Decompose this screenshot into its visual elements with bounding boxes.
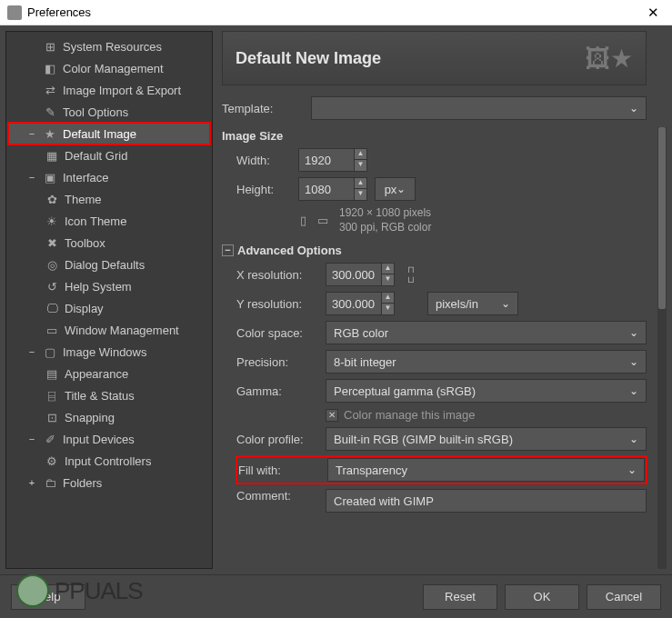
chevron-down-icon: ⌄ — [629, 433, 638, 445]
down-arrow-icon[interactable]: ▼ — [354, 160, 366, 171]
tree-item-default-image[interactable]: −★Default Image — [8, 123, 210, 145]
chain-link-icon[interactable]: ⊓⊔ — [402, 264, 420, 284]
comment-input[interactable]: Created with GIMP — [326, 489, 647, 513]
template-label: Template: — [222, 102, 304, 115]
xres-input[interactable] — [326, 268, 381, 282]
close-button[interactable]: ✕ — [642, 5, 665, 21]
yres-spinner[interactable]: ▲▼ — [326, 292, 395, 315]
tree-label: Color Management — [63, 62, 164, 75]
tree-item-title-status[interactable]: ⌸Title & Status — [8, 384, 210, 406]
tree-icon: ▭ — [45, 323, 59, 337]
tree-item-image-windows[interactable]: −▢Image Windows — [8, 341, 210, 363]
expander-icon[interactable]: − — [26, 346, 37, 357]
content-header: Default New Image 🖼★ — [222, 31, 647, 85]
tree-item-help-system[interactable]: ↺Help System — [8, 275, 210, 297]
tree-item-interface[interactable]: −▣Interface — [8, 166, 210, 188]
fillwith-select[interactable]: Transparency ⌄ — [327, 458, 645, 482]
down-arrow-icon[interactable]: ▼ — [354, 189, 366, 200]
image-size-heading: Image Size — [222, 129, 647, 143]
tree-icon: ↺ — [45, 279, 59, 294]
header-image-icon: 🖼★ — [585, 44, 633, 74]
tree-icon: ★ — [43, 126, 57, 141]
ok-button[interactable]: OK — [505, 584, 579, 610]
gamma-select[interactable]: Perceptual gamma (sRGB) ⌄ — [326, 379, 647, 403]
chevron-down-icon: ⌄ — [627, 464, 637, 476]
app-logo-icon — [7, 5, 22, 20]
tree-item-dialog-defaults[interactable]: ◎Dialog Defaults — [8, 254, 210, 275]
color-manage-checkbox[interactable]: ✕ Color manage this image — [326, 408, 476, 422]
tree-item-image-import-export[interactable]: ⇄Image Import & Export — [8, 79, 210, 101]
tree-icon: ⊞ — [43, 39, 57, 54]
gamma-label: Gamma: — [236, 384, 318, 398]
page-title: Default New Image — [236, 49, 381, 68]
tree-icon: ✖ — [45, 235, 59, 250]
tree-icon: ✎ — [43, 105, 57, 119]
landscape-icon[interactable]: ▭ — [317, 214, 328, 227]
tree-item-toolbox[interactable]: ✖Toolbox — [8, 232, 210, 254]
expander-icon[interactable]: − — [26, 128, 37, 139]
titlebar: Preferences ✕ — [0, 0, 672, 25]
xres-spinner[interactable]: ▲▼ — [326, 263, 395, 286]
content-panel: Default New Image 🖼★ Template: ⌄ Image S… — [213, 31, 667, 569]
expander-icon[interactable]: − — [26, 434, 37, 444]
tree-item-theme[interactable]: ✿Theme — [8, 188, 210, 210]
height-input[interactable] — [299, 183, 354, 196]
tree-label: System Resources — [63, 40, 162, 54]
tree-label: Dialog Defaults — [65, 258, 145, 272]
tree-item-folders[interactable]: +🗀Folders — [8, 472, 210, 493]
tree-label: Display — [65, 302, 104, 315]
reset-button[interactable]: Reset — [423, 584, 497, 610]
precision-label: Precision: — [236, 355, 318, 369]
expander-icon[interactable]: + — [26, 477, 37, 488]
colorspace-label: Color space: — [236, 326, 318, 340]
image-info: 1920 × 1080 pixels 300 ppi, RGB color — [339, 206, 431, 234]
colorprofile-label: Color profile: — [236, 433, 318, 446]
tree-icon: ▦ — [45, 148, 59, 163]
help-button[interactable]: Help — [11, 584, 85, 610]
chevron-down-icon: ⌄ — [629, 326, 638, 339]
tree-item-display[interactable]: 🖵Display — [8, 297, 210, 319]
width-spinner[interactable]: ▲▼ — [298, 148, 367, 172]
tree-label: Appearance — [65, 367, 128, 381]
yres-label: Y resolution: — [236, 297, 318, 311]
colorprofile-select[interactable]: Built-in RGB (GIMP built-in sRGB) ⌄ — [326, 427, 647, 451]
height-spinner[interactable]: ▲▼ — [298, 177, 367, 201]
tree-icon: ◧ — [43, 61, 57, 75]
tree-item-icon-theme[interactable]: ☀Icon Theme — [8, 210, 210, 232]
expander-icon[interactable]: − — [26, 172, 37, 183]
chevron-down-icon: ⌄ — [396, 183, 406, 195]
tree-item-color-management[interactable]: ◧Color Management — [8, 57, 210, 79]
colorspace-select[interactable]: RGB color ⌄ — [326, 321, 647, 344]
tree-item-input-devices[interactable]: −✐Input Devices — [8, 428, 210, 450]
tree-item-window-management[interactable]: ▭Window Management — [8, 319, 210, 341]
tree-item-input-controllers[interactable]: ⚙Input Controllers — [8, 450, 210, 472]
tree-label: Theme — [65, 193, 101, 206]
res-unit-select[interactable]: pixels/in ⌄ — [427, 292, 518, 315]
unit-select[interactable]: px ⌄ — [375, 177, 416, 201]
collapse-toggle[interactable]: − — [222, 244, 234, 256]
tree-item-snapping[interactable]: ⊡Snapping — [8, 406, 210, 428]
tree-label: Default Grid — [65, 149, 127, 163]
up-arrow-icon[interactable]: ▲ — [354, 178, 366, 189]
tree-item-appearance[interactable]: ▤Appearance — [8, 363, 210, 384]
tree-label: Image Import & Export — [63, 84, 181, 97]
scrollbar[interactable] — [657, 127, 667, 569]
precision-select[interactable]: 8-bit integer ⌄ — [326, 350, 647, 374]
width-input[interactable] — [299, 154, 354, 167]
preferences-tree[interactable]: ⊞System Resources◧Color Management⇄Image… — [5, 31, 213, 569]
yres-input[interactable] — [326, 297, 381, 311]
tree-item-system-resources[interactable]: ⊞System Resources — [8, 35, 210, 57]
template-select[interactable]: ⌄ — [311, 96, 647, 120]
tree-item-tool-options[interactable]: ✎Tool Options — [8, 101, 210, 123]
tree-icon: ☀ — [45, 214, 59, 228]
portrait-icon[interactable]: ▯ — [300, 214, 306, 227]
tree-icon: ⇄ — [43, 83, 57, 97]
up-arrow-icon[interactable]: ▲ — [354, 149, 366, 160]
height-label: Height: — [236, 183, 291, 196]
advanced-heading: Advanced Options — [237, 244, 342, 257]
width-label: Width: — [236, 154, 291, 167]
tree-label: Input Controllers — [65, 454, 151, 468]
tree-icon: ◎ — [45, 257, 59, 272]
tree-item-default-grid[interactable]: ▦Default Grid — [8, 145, 210, 166]
cancel-button[interactable]: Cancel — [587, 584, 661, 610]
